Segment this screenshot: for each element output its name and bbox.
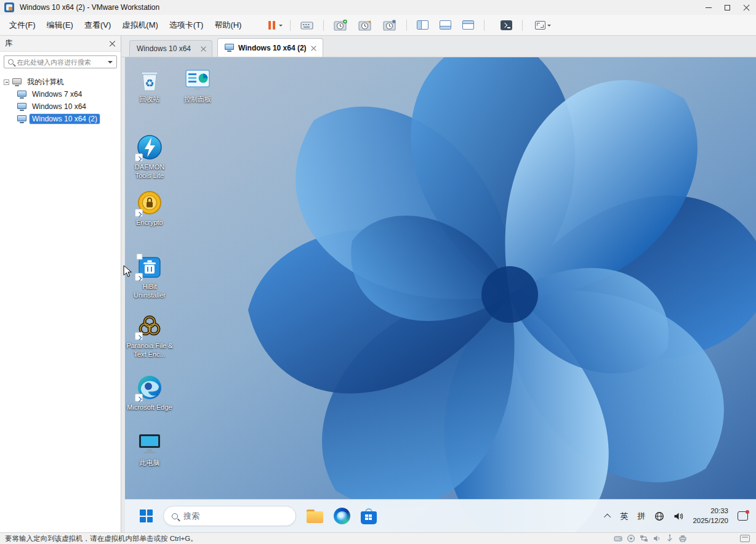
vm-icon xyxy=(17,115,26,123)
microsoft-store-button[interactable] xyxy=(361,508,377,524)
library-header: 库 xyxy=(0,36,121,52)
library-panel-icon xyxy=(417,20,428,30)
library-search-box[interactable] xyxy=(4,55,117,68)
computer-icon xyxy=(12,78,22,86)
start-button[interactable] xyxy=(140,509,153,522)
toolbar-separator xyxy=(290,20,291,31)
usb-icon[interactable] xyxy=(666,534,674,543)
keyboard-icon xyxy=(300,20,313,30)
tab-close-icon[interactable] xyxy=(200,46,206,52)
language-indicator[interactable]: 英 xyxy=(620,511,628,522)
message-log-icon[interactable] xyxy=(740,535,750,542)
send-ctrl-alt-del-button[interactable] xyxy=(297,18,316,32)
close-icon xyxy=(743,4,750,11)
tab-windows-10-x64-2[interactable]: Windows 10 x64 (2) xyxy=(217,38,323,57)
library-panel: 库 我的计算机 Windows 7 x64 Windows 10 x64 xyxy=(0,36,121,532)
take-snapshot-icon xyxy=(334,19,347,31)
tray-overflow-chevron-icon[interactable] xyxy=(604,513,611,520)
library-close-icon[interactable] xyxy=(108,40,116,47)
desktop-icon-control-panel[interactable]: 控制面板 xyxy=(174,66,221,104)
toolbar-separator xyxy=(323,20,324,31)
desktop-icon-recycle-bin[interactable]: ♻ 回收站 xyxy=(126,66,173,104)
desktop-icon-this-pc[interactable]: 此电脑 xyxy=(126,429,173,467)
tree-expander-icon[interactable] xyxy=(4,79,9,85)
shortcut-arrow-icon xyxy=(135,273,143,281)
desktop-icon-hibit-uninstaller[interactable]: HiBit Uninstaller xyxy=(126,253,173,300)
close-button[interactable] xyxy=(737,0,756,15)
fullscreen-icon xyxy=(535,21,545,30)
vm-icon xyxy=(225,44,234,52)
vm-item-label: Windows 10 x64 xyxy=(30,102,89,112)
toolbar-separator xyxy=(406,20,407,31)
vm-tree-item-windows-10-x64[interactable]: Windows 10 x64 xyxy=(17,100,121,113)
tree-node-my-computer[interactable]: 我的计算机 xyxy=(4,76,121,88)
library-title: 库 xyxy=(5,38,13,49)
desktop-icon-microsoft-edge[interactable]: Microsoft Edge xyxy=(126,374,173,412)
pause-vm-button[interactable] xyxy=(265,18,286,32)
show-library-toggle[interactable] xyxy=(414,18,432,31)
menu-view[interactable]: 查看(V) xyxy=(79,17,116,34)
menu-help[interactable]: 帮助(H) xyxy=(209,17,247,34)
menu-vm[interactable]: 虚拟机(M) xyxy=(116,17,164,34)
desktop-icon-encrypto[interactable]: Encrypto xyxy=(126,189,173,227)
revert-snapshot-button[interactable] xyxy=(355,17,375,33)
clock[interactable]: 20:33 2025/12/20 xyxy=(693,506,728,526)
svg-text:♻: ♻ xyxy=(145,77,154,89)
tab-label: Windows 10 x64 (2) xyxy=(238,44,307,52)
notification-center-icon[interactable] xyxy=(738,511,748,521)
network-globe-icon[interactable] xyxy=(654,511,664,521)
vm-icon xyxy=(17,103,26,111)
fullscreen-button[interactable] xyxy=(532,19,554,31)
desktop-icon-daemon-tools-lite[interactable]: DAEMON Tools Lite xyxy=(126,134,173,181)
menu-file[interactable]: 文件(F) xyxy=(4,17,41,34)
desktop-icon-paranoia-file-text-encryption[interactable]: Paranoia File & Text Enc... xyxy=(126,312,173,359)
title-bar: Windows 10 x64 (2) - VMware Workstation xyxy=(0,0,756,15)
desktop-icon-label: Microsoft Edge xyxy=(127,403,172,412)
hard-disk-icon[interactable] xyxy=(614,534,622,543)
speaker-icon[interactable] xyxy=(674,512,683,521)
network-adapter-icon[interactable] xyxy=(640,534,648,543)
taskbar-search-box[interactable] xyxy=(163,506,296,526)
file-explorer-button[interactable] xyxy=(307,509,323,523)
tab-label: Windows 10 x64 xyxy=(137,44,191,53)
snapshot-manager-button[interactable] xyxy=(380,17,400,33)
search-icon xyxy=(172,513,178,519)
vm-icon xyxy=(17,91,26,99)
tab-strip: Windows 10 x64 Windows 10 x64 (2) xyxy=(121,36,756,57)
ime-indicator[interactable]: 拼 xyxy=(637,511,645,522)
pause-dropdown-caret-icon[interactable] xyxy=(279,25,283,28)
vm-taskbar: 英 拼 20:33 2025/12/20 xyxy=(125,499,756,532)
menu-edit[interactable]: 编辑(E) xyxy=(41,17,79,34)
open-terminal-button[interactable] xyxy=(497,18,515,32)
minimize-button[interactable] xyxy=(699,0,718,15)
take-snapshot-button[interactable] xyxy=(331,17,350,33)
menu-toolbar: 文件(F) 编辑(E) 查看(V) 虚拟机(M) 选项卡(T) 帮助(H) xyxy=(0,15,756,36)
tab-windows-10-x64[interactable]: Windows 10 x64 xyxy=(129,40,212,57)
search-dropdown-caret-icon[interactable] xyxy=(108,61,113,66)
desktop-icon-label: 此电脑 xyxy=(140,458,160,467)
menu-tabs[interactable]: 选项卡(T) xyxy=(164,17,209,34)
show-thumbnail-bar-toggle[interactable] xyxy=(436,18,454,31)
vm-tree-item-windows-7-x64[interactable]: Windows 7 x64 xyxy=(17,88,121,100)
edge-taskbar-button[interactable] xyxy=(334,508,350,524)
console-view-toggle[interactable] xyxy=(459,18,477,31)
tab-close-icon[interactable] xyxy=(311,45,317,51)
maximize-button[interactable] xyxy=(718,0,737,15)
fullscreen-dropdown-caret-icon[interactable] xyxy=(547,25,551,28)
window-title: Windows 10 x64 (2) - VMware Workstation xyxy=(20,3,159,12)
snapshot-manager-icon xyxy=(383,19,396,31)
taskbar-left-group xyxy=(125,506,377,526)
vm-tree-item-windows-10-x64-2[interactable]: Windows 10 x64 (2) xyxy=(17,113,121,125)
cd-rom-icon[interactable] xyxy=(627,534,635,543)
status-bar: 要将输入定向到该虚拟机，请在虚拟机内部单击或按 Ctrl+G。 xyxy=(0,532,756,544)
vm-item-label: Windows 7 x64 xyxy=(30,89,84,99)
taskbar-search-input[interactable] xyxy=(183,511,276,521)
maximize-icon xyxy=(725,5,730,10)
clock-date: 2025/12/20 xyxy=(693,516,728,526)
shortcut-arrow-icon xyxy=(135,394,143,402)
library-search-input[interactable] xyxy=(17,59,105,66)
printer-icon[interactable] xyxy=(678,534,687,543)
vm-screen[interactable]: ♻ 回收站 控制面板 xyxy=(125,57,756,532)
sound-icon[interactable] xyxy=(653,534,661,543)
pause-icon xyxy=(273,21,275,30)
